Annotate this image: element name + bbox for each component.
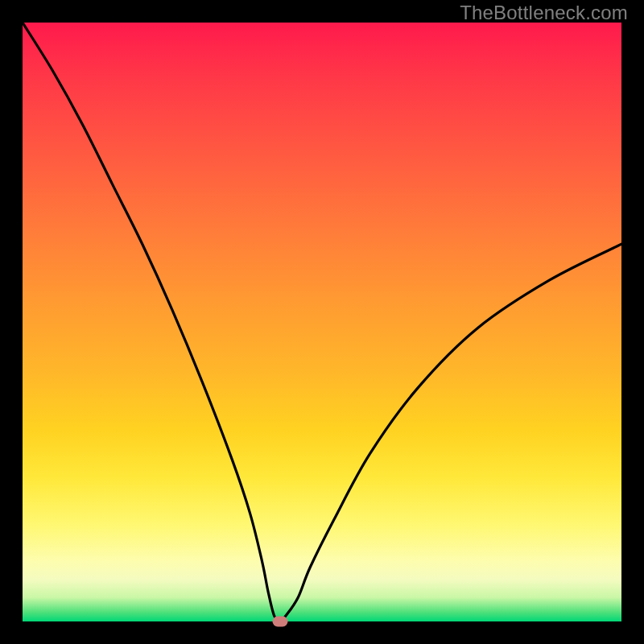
bottleneck-curve [23, 23, 621, 621]
optimal-point-marker [272, 617, 287, 627]
chart-frame: TheBottleneck.com [0, 0, 644, 644]
curve-path [23, 23, 621, 621]
watermark-text: TheBottleneck.com [460, 2, 628, 24]
plot-area [23, 23, 621, 621]
